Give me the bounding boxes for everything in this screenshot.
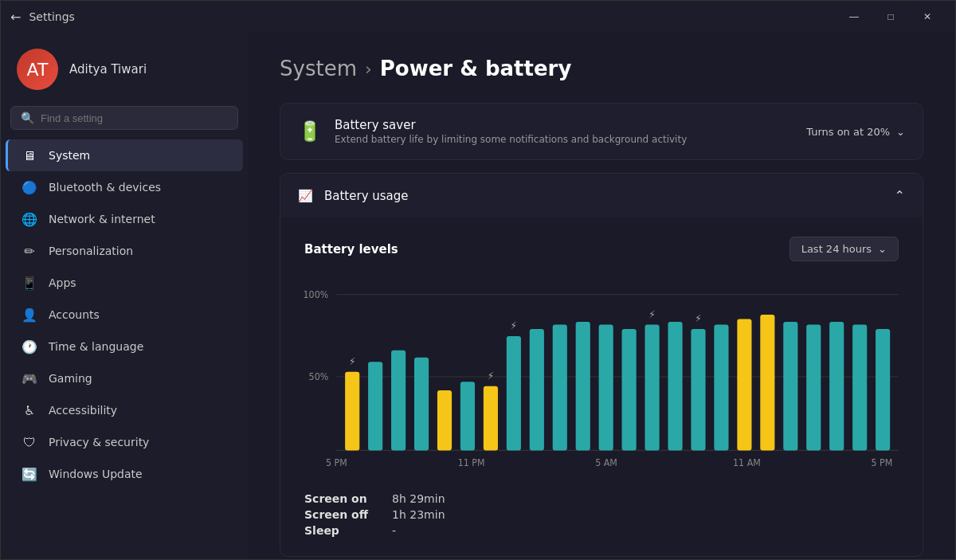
battery-levels-header: Battery levels Last 24 hours ⌄ (304, 237, 899, 261)
sidebar-item-accessibility[interactable]: ♿ Accessibility (6, 394, 243, 426)
svg-rect-23 (668, 322, 682, 450)
battery-usage-body: Battery levels Last 24 hours ⌄ (280, 217, 923, 556)
back-button[interactable]: ← (10, 10, 21, 25)
nav-label-accounts: Accounts (49, 308, 100, 321)
svg-text:5 AM: 5 AM (595, 457, 617, 469)
svg-rect-30 (806, 325, 821, 451)
main-layout: AT Aditya Tiwari 🔍 🖥 System 🔵 Bluetooth … (1, 33, 955, 559)
nav-label-system: System (49, 149, 90, 162)
svg-rect-26 (714, 325, 728, 451)
time-selector-chevron: ⌄ (878, 243, 887, 255)
breadcrumb-current: Power & battery (380, 57, 572, 80)
svg-text:11 AM: 11 AM (733, 457, 761, 469)
sidebar-item-bluetooth[interactable]: 🔵 Bluetooth & devices (6, 171, 243, 203)
battery-chart: 100% 50% ⚡⚡⚡⚡⚡5 PM11 PM5 AM11 AM5 PM (304, 277, 899, 476)
nav-label-time: Time & language (49, 340, 143, 353)
battery-saver-row[interactable]: 🔋 Battery saver Extend battery life by l… (280, 104, 923, 159)
settings-window: ← Settings — □ ✕ AT Aditya Tiwari 🔍 🖥 Sy… (0, 0, 956, 560)
svg-rect-16 (530, 329, 544, 450)
chart-stats: Screen on8h 29minScreen off1h 23minSleep… (304, 492, 543, 537)
sidebar-item-personalization[interactable]: ✏️ Personalization (6, 235, 243, 267)
svg-rect-31 (829, 322, 844, 450)
svg-rect-33 (876, 329, 890, 450)
svg-text:11 PM: 11 PM (458, 457, 485, 469)
apps-icon: 📱 (22, 275, 37, 291)
system-icon: 🖥 (22, 147, 37, 163)
stat-value-screen-off: 1h 23min (392, 508, 543, 521)
close-button[interactable]: ✕ (909, 4, 946, 29)
svg-rect-24 (691, 329, 705, 450)
window-controls: — □ ✕ (836, 4, 946, 29)
sidebar-item-gaming[interactable]: 🎮 Gaming (6, 362, 243, 394)
svg-rect-18 (576, 322, 590, 450)
chart-container: 100% 50% ⚡⚡⚡⚡⚡5 PM11 PM5 AM11 AM5 PM (304, 277, 899, 476)
sidebar-item-system[interactable]: 🖥 System (6, 139, 243, 171)
nav-label-privacy: Privacy & security (49, 436, 149, 448)
battery-saver-status-text: Turns on at 20% (806, 126, 890, 138)
nav-label-update: Windows Update (49, 468, 143, 480)
title-bar: ← Settings — □ ✕ (1, 1, 955, 33)
bluetooth-icon: 🔵 (22, 179, 37, 195)
update-icon: 🔄 (22, 466, 37, 482)
svg-text:⚡: ⚡ (695, 312, 701, 325)
svg-text:5 PM: 5 PM (326, 457, 347, 469)
svg-rect-20 (622, 329, 637, 450)
battery-usage-chevron: ⌃ (895, 188, 905, 203)
svg-text:⚡: ⚡ (648, 307, 655, 320)
time-selector[interactable]: Last 24 hours ⌄ (789, 237, 899, 261)
svg-rect-5 (345, 372, 359, 451)
maximize-button[interactable]: □ (872, 4, 909, 29)
battery-saver-icon: 🔋 (298, 120, 322, 143)
svg-rect-10 (437, 390, 452, 450)
battery-saver-card: 🔋 Battery saver Extend battery life by l… (280, 103, 923, 160)
user-name: Aditya Tiwari (69, 62, 147, 76)
sidebar: AT Aditya Tiwari 🔍 🖥 System 🔵 Bluetooth … (1, 33, 248, 559)
svg-rect-11 (460, 382, 475, 450)
svg-rect-29 (783, 322, 797, 450)
svg-rect-17 (553, 325, 567, 451)
privacy-icon: 🛡 (22, 434, 37, 450)
nav-label-accessibility: Accessibility (49, 404, 117, 417)
battery-saver-title: Battery saver (335, 118, 793, 132)
minimize-button[interactable]: — (836, 4, 872, 29)
main-content: System › Power & battery 🔋 Battery saver… (248, 33, 955, 559)
svg-rect-32 (852, 325, 867, 451)
accessibility-icon: ♿ (22, 402, 37, 418)
svg-text:⚡: ⚡ (511, 319, 517, 332)
nav-label-gaming: Gaming (49, 372, 92, 385)
sidebar-item-time[interactable]: 🕐 Time & language (6, 331, 243, 362)
sidebar-item-update[interactable]: 🔄 Windows Update (6, 458, 243, 490)
window-title: Settings (29, 10, 836, 23)
sidebar-item-privacy[interactable]: 🛡 Privacy & security (6, 426, 243, 458)
battery-saver-chevron: ⌄ (896, 126, 905, 138)
sidebar-item-apps[interactable]: 📱 Apps (6, 267, 243, 299)
svg-text:50%: 50% (309, 371, 329, 383)
breadcrumb: System › Power & battery (280, 57, 923, 80)
battery-levels-title: Battery levels (304, 242, 398, 257)
battery-usage-header[interactable]: 📈 Battery usage ⌃ (280, 174, 923, 217)
svg-rect-8 (391, 350, 406, 451)
battery-saver-desc: Extend battery life by limiting some not… (335, 134, 793, 145)
user-section: AT Aditya Tiwari (1, 41, 248, 106)
battery-usage-header-left: 📈 Battery usage (298, 189, 409, 203)
sidebar-item-accounts[interactable]: 👤 Accounts (6, 299, 243, 331)
accounts-icon: 👤 (22, 307, 37, 323)
battery-saver-status: Turns on at 20% ⌄ (806, 126, 905, 138)
battery-usage-icon: 📈 (298, 189, 313, 203)
personalization-icon: ✏️ (22, 243, 37, 259)
stat-label-sleep: Sleep (304, 524, 368, 537)
time-icon: 🕐 (22, 339, 37, 354)
svg-rect-19 (599, 325, 613, 451)
nav-label-network: Network & internet (49, 213, 155, 225)
nav-label-apps: Apps (49, 276, 76, 289)
svg-text:⚡: ⚡ (349, 355, 355, 368)
avatar: AT (17, 49, 58, 90)
search-input[interactable] (41, 112, 228, 124)
nav-label-bluetooth: Bluetooth & devices (49, 181, 161, 194)
sidebar-item-network[interactable]: 🌐 Network & internet (6, 203, 243, 235)
svg-rect-7 (368, 362, 382, 450)
search-box[interactable]: 🔍 (10, 106, 238, 130)
svg-rect-28 (760, 315, 774, 450)
svg-rect-21 (645, 325, 660, 451)
time-selector-label: Last 24 hours (801, 243, 872, 255)
